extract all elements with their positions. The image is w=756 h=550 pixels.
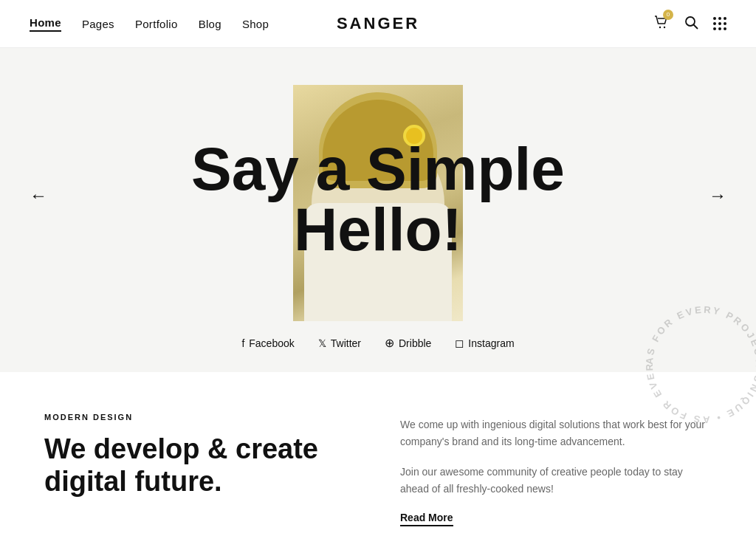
section-heading: We develop & createdigital future. [44,433,356,498]
social-links: f Facebook 𝕏 Twitter ⊕ Dribble ◻ Instagr… [241,336,514,350]
header-icons: 0 [653,14,726,34]
site-logo[interactable]: SANGER [337,14,419,33]
nav-pages[interactable]: Pages [82,18,114,30]
svg-text:AS FOR EVERY PROJECT. UNIQUE •: AS FOR EVERY PROJECT. UNIQUE • AS FOR EV… [638,298,756,425]
facebook-icon: f [241,337,244,349]
nav-portfolio[interactable]: Portfolio [135,18,178,30]
main-nav: Home Pages Portfolio Blog Shop [30,16,269,32]
hero-next-button[interactable]: → [709,185,726,206]
svg-line-3 [694,24,698,29]
twitter-icon: 𝕏 [318,337,326,349]
grid-menu-icon[interactable] [713,17,726,30]
svg-point-0 [659,26,661,27]
hero-section: ← Say a Simple Hello! f Facebook 𝕏 Twitt… [0,48,756,372]
hero-image [293,85,463,321]
dribble-icon: ⊕ [385,336,394,350]
twitter-label: Twitter [331,337,361,349]
search-icon[interactable] [684,15,698,33]
svg-point-1 [664,26,665,27]
dribble-label: Dribble [399,337,431,349]
hero-content: Say a Simple Hello! [44,78,712,321]
read-more-link[interactable]: Read More [400,512,453,526]
circular-text: AS FOR EVERY PROJECT. UNIQUE • AS FOR EV… [638,298,756,431]
instagram-icon: ◻ [455,337,464,350]
cart-icon[interactable]: 0 [653,14,669,34]
cart-badge: 0 [663,10,673,20]
dribble-link[interactable]: ⊕ Dribble [385,336,431,350]
nav-shop[interactable]: Shop [242,18,269,30]
site-header: Home Pages Portfolio Blog Shop SANGER 0 [0,0,756,48]
nav-blog[interactable]: Blog [199,18,221,30]
section-left: MODERN DESIGN We develop & createdigital… [44,413,356,526]
twitter-link[interactable]: 𝕏 Twitter [318,337,361,349]
section-tag: MODERN DESIGN [44,413,356,422]
facebook-label: Facebook [249,337,294,349]
nav-home[interactable]: Home [30,16,61,32]
facebook-link[interactable]: f Facebook [241,337,294,349]
instagram-label: Instagram [468,337,514,349]
instagram-link[interactable]: ◻ Instagram [455,337,514,350]
section-text-2: Join our awesome community of creative p… [400,464,712,498]
svg-point-2 [686,17,695,26]
